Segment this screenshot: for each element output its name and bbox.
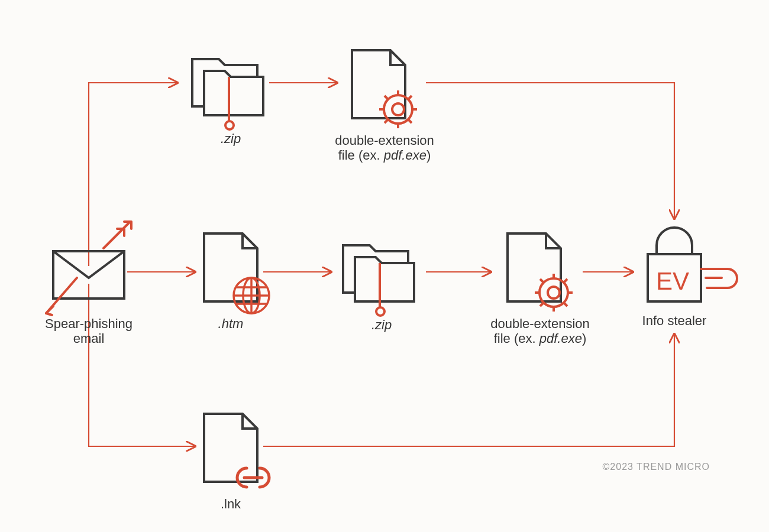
dblext2-line1: double-extension bbox=[490, 316, 590, 331]
node-zip-middle: .zip bbox=[343, 245, 414, 332]
svg-text:email: email bbox=[73, 331, 105, 346]
file-gear-icon bbox=[352, 50, 417, 128]
dblext2-line2: file (ex. pdf.exe) bbox=[494, 331, 587, 346]
node-zip-top: .zip bbox=[192, 59, 263, 146]
file-globe-icon bbox=[204, 233, 269, 313]
svg-text:.htm: .htm bbox=[218, 316, 244, 331]
svg-line-13 bbox=[408, 96, 412, 99]
zip2-label: .zip bbox=[371, 317, 392, 332]
svg-text:double-extension: double-extension bbox=[335, 133, 434, 148]
svg-line-34 bbox=[540, 303, 544, 306]
node-dblext-top: double-extension file (ex. pdf.exe) bbox=[335, 50, 434, 163]
file-link-icon bbox=[204, 414, 269, 487]
dblext1-line2: file (ex. pdf.exe) bbox=[338, 148, 431, 163]
email-label-1: Spear-phishing bbox=[45, 316, 133, 331]
lock-ev-icon: EV bbox=[648, 228, 737, 301]
infostealer-label: Info stealer bbox=[642, 313, 707, 328]
node-dblext-middle: double-extension file (ex. pdf.exe) bbox=[490, 233, 590, 346]
svg-text:.zip: .zip bbox=[371, 317, 392, 332]
svg-text:.zip: .zip bbox=[221, 131, 241, 146]
node-info-stealer: EV Info stealer bbox=[642, 228, 737, 328]
dblext1-line1: double-extension bbox=[335, 133, 434, 148]
svg-line-31 bbox=[564, 279, 567, 283]
svg-text:.lnk: .lnk bbox=[221, 497, 241, 511]
svg-text:Info stealer: Info stealer bbox=[642, 313, 707, 328]
svg-text:double-extension: double-extension bbox=[490, 316, 590, 331]
node-htm: .htm bbox=[204, 233, 269, 331]
svg-text:Spear-phishing: Spear-phishing bbox=[45, 316, 133, 331]
copyright-text: ©2023 TREND MICRO bbox=[603, 462, 710, 472]
svg-line-16 bbox=[384, 119, 388, 123]
zip1-label: .zip bbox=[221, 131, 241, 146]
node-lnk: .lnk bbox=[204, 414, 269, 511]
email-label-2: email bbox=[73, 331, 105, 346]
lnk-label: .lnk bbox=[221, 497, 241, 511]
htm-label: .htm bbox=[218, 316, 244, 331]
ev-badge-text: EV bbox=[656, 267, 689, 295]
svg-line-33 bbox=[564, 303, 567, 306]
svg-line-15 bbox=[408, 119, 412, 123]
file-gear-icon bbox=[508, 233, 573, 312]
